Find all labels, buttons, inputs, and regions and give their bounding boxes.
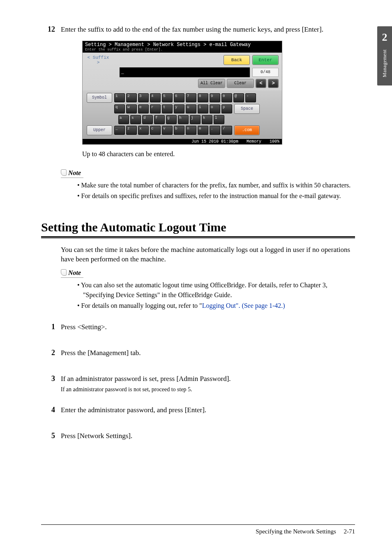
key-7[interactable]: 7 [186,93,196,102]
note-item: For details on specific prefixes and suf… [77,191,355,201]
step-number: 5 [41,432,55,440]
key-8[interactable]: 8 [198,93,208,102]
note-item: Make sure the total number of characters… [77,180,355,190]
enter-button[interactable]: Enter [252,55,279,65]
key-a[interactable]: a [118,115,129,124]
status-datetime: Jun 15 2010 01:30pm [191,139,238,144]
key-5[interactable]: 5 [162,93,173,102]
key-k[interactable]: k [202,115,212,124]
key-period[interactable]: . [210,126,220,135]
key-s[interactable]: s [130,115,141,124]
symbol-button[interactable]: Symbol [87,93,112,103]
heading-rule [41,238,355,238]
key-c[interactable]: c [150,126,161,135]
key-z[interactable]: z [126,126,137,135]
footer-title: Specifying the Network Settings [256,528,336,535]
page-footer: Specifying the Network Settings 2-71 [41,524,355,535]
all-clear-button[interactable]: All Clear [198,79,225,88]
key-b[interactable]: b [174,126,184,135]
step-number: 3 [41,374,55,383]
screenshot-caption: Up to 48 characters can be entered. [82,150,355,158]
key-underscore[interactable]: _ [114,126,125,135]
step-text: Enter the suffix to add to the end of th… [61,25,355,35]
key-2[interactable]: 2 [126,93,137,102]
key-i[interactable]: i [198,104,208,113]
footer-page-number: 2-71 [344,528,355,535]
step-text: Press <Setting>. [61,322,355,332]
key-6[interactable]: 6 [174,93,184,102]
char-count: 0/48 [252,68,279,77]
suffix-input[interactable]: _ [120,67,250,77]
suffix-label: < Suffix > [86,55,111,65]
key-w[interactable]: w [126,104,137,113]
step-2: 2 Press the [Management] tab. [41,348,355,358]
step-5: 5 Press [Network Settings]. [41,431,355,441]
chapter-side-tab: 2 Management [377,26,392,85]
space-button[interactable]: Space [234,104,260,114]
step-4: 4 Enter the administrator password, and … [41,405,355,416]
note-icon [61,169,67,176]
step-text: If an administrator password is set, pre… [61,374,355,384]
key-r[interactable]: r [150,104,161,113]
key-t[interactable]: t [162,104,173,113]
key-y[interactable]: y [174,104,184,113]
step-3: 3 If an administrator password is set, p… [41,374,355,384]
caret-left-button[interactable]: < [256,79,266,88]
step-12: 12 Enter the suffix to add to the end of… [41,25,355,35]
key-9[interactable]: 9 [210,93,220,102]
upper-button[interactable]: Upper [87,125,112,135]
dotcom-button[interactable]: .com [234,125,260,135]
key-0[interactable]: 0 [221,93,232,102]
key-x[interactable]: x [138,126,149,135]
step-1: 1 Press <Setting>. [41,322,355,332]
key-q[interactable]: q [114,104,125,113]
clear-button[interactable]: Clear [227,79,254,88]
status-bar: Jun 15 2010 01:30pm Memory 100% [83,139,282,144]
section-heading: Setting the Automatic Logout Time [41,220,355,235]
key-l[interactable]: l [214,115,224,124]
caret-right-button[interactable]: > [268,79,279,88]
key-u[interactable]: u [186,104,196,113]
key-j[interactable]: j [190,115,201,124]
heading-rule [41,236,355,238]
key-1[interactable]: 1 [114,93,125,102]
note-label-1: Note [61,169,83,178]
key-n[interactable]: n [186,126,196,135]
screenshot-hint: Enter the suffix and press [Enter]. [83,48,282,53]
key-at[interactable]: @ [233,93,244,102]
key-3[interactable]: 3 [138,93,149,102]
key-slash[interactable]: / [221,126,232,135]
step-text: Press [Network Settings]. [61,431,355,441]
key-dash[interactable]: - [245,93,256,102]
back-button[interactable]: Back [224,55,250,65]
key-d[interactable]: d [142,115,153,124]
step-number: 1 [41,323,55,331]
step-number: 4 [41,406,55,414]
on-screen-keyboard: Symbol 1 2 3 4 5 6 7 8 9 0 @ - q w e r [83,90,282,139]
chapter-number: 2 [377,31,392,44]
key-o[interactable]: o [210,104,220,113]
step-text: Press the [Management] tab. [61,348,355,358]
step-subtext: If an administrator password is not set,… [61,386,355,393]
status-memory-label: Memory [247,139,261,144]
chapter-label: Management [382,49,388,77]
status-memory-value: 100% [270,139,279,144]
key-f[interactable]: f [154,115,165,124]
note-label-2: Note [61,269,83,278]
key-4[interactable]: 4 [150,93,161,102]
key-m[interactable]: m [198,126,208,135]
note-list-1: Make sure the total number of characters… [41,180,355,201]
section-intro: You can set the time it takes before the… [61,245,355,265]
note-icon [61,269,67,276]
step-number: 2 [41,349,55,357]
key-e[interactable]: e [138,104,149,113]
key-v[interactable]: v [162,126,173,135]
screenshot-breadcrumb: Setting > Management > Network Settings … [83,41,282,48]
note-list-2: You can also set the automatic logout ti… [41,280,355,311]
cross-ref-link[interactable]: Logging Out". (See page 1-42.) [202,302,285,309]
key-h[interactable]: h [178,115,189,124]
step-text: Enter the administrator password, and pr… [61,405,355,416]
key-p[interactable]: p [221,104,232,113]
key-g[interactable]: g [166,115,177,124]
note-item: For details on manually logging out, ref… [77,301,355,311]
